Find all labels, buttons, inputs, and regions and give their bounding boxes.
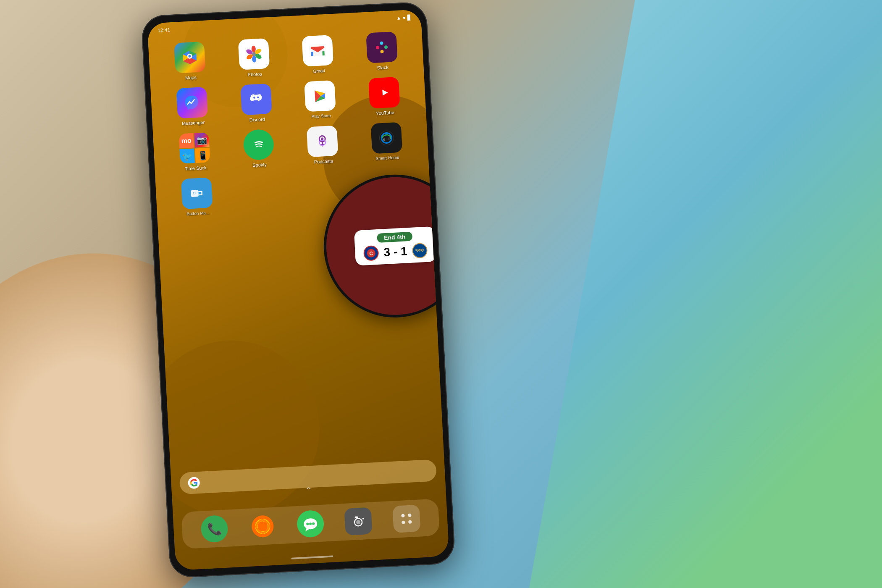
app-slack[interactable]: Slack [353,31,411,71]
app-messenger[interactable]: Messenger [163,86,222,127]
app-discord[interactable]: Discord [227,83,286,123]
spotify-icon [243,129,275,161]
app-photos[interactable]: Photos [225,37,283,78]
svg-point-22 [250,136,268,153]
dock-messages[interactable] [297,510,325,538]
maps-icon [174,42,206,74]
app-gmail[interactable]: Gmail [289,34,347,75]
svg-rect-14 [311,52,314,56]
app-youtube[interactable]: YouTube [355,76,413,117]
ts-mo-cell: mo [178,133,194,149]
svg-rect-47 [355,516,358,518]
spotify-label: Spotify [252,162,267,168]
score-row: C 3 - 1 Royals [363,243,428,261]
messenger-label: Messenger [182,120,205,126]
royals-logo: Royals [412,243,428,259]
button-mapper-icon [181,177,213,209]
cubs-logo: C [363,245,379,261]
button-mapper-label: Button Ma... [186,210,209,216]
podcasts-icon [307,126,339,158]
ts-twitter-cell: 🐦 [179,149,195,164]
dock-firefox[interactable] [248,512,276,541]
svg-rect-16 [376,46,379,49]
svg-point-50 [408,514,411,517]
dock-all-apps[interactable] [392,505,420,533]
svg-point-49 [401,514,404,517]
svg-rect-17 [380,42,383,45]
smart-home-icon: e © [370,122,402,154]
play-store-label: Play Store [311,113,331,118]
phone: 12:41 ▲ ● ▊ Maps [141,1,455,578]
app-podcasts[interactable]: Podcasts [294,125,352,165]
dock-camera[interactable] [344,507,373,536]
home-indicator [291,556,333,559]
status-time: 12:41 [158,27,171,34]
app-time-suck[interactable]: mo 📷 🐦 📱 Time Suck [165,131,224,172]
discord-label: Discord [249,117,265,123]
wallpaper-circle-1 [147,336,324,521]
youtube-icon [368,77,400,109]
time-suck-label: Time Suck [185,165,207,171]
svg-point-51 [402,520,405,524]
smart-home-label: Smart Home [375,155,399,161]
app-button-mapper[interactable]: Button Ma... [168,177,226,217]
svg-text:e: e [383,137,386,142]
google-logo [188,477,200,489]
svg-rect-19 [380,50,383,53]
photos-icon [238,38,270,70]
discord-icon [240,84,272,116]
svg-point-52 [408,520,412,524]
period-badge: End 4th [377,232,412,243]
gmail-label: Gmail [312,68,325,74]
slack-icon [366,32,398,63]
app-play-store[interactable]: Play Store [291,79,349,120]
svg-text:©: © [388,136,391,141]
svg-point-26 [321,137,323,140]
svg-rect-15 [323,51,325,55]
status-icons: ▲ ● ▊ [396,14,411,21]
score-display: 3 - 1 [383,244,408,259]
gmail-icon [302,35,334,67]
phone-screen: 12:41 ▲ ● ▊ Maps [147,9,449,570]
svg-rect-18 [384,45,388,49]
svg-text:C: C [369,250,373,256]
podcasts-label: Podcasts [314,158,333,164]
app-smart-home[interactable]: e © Smart Home [357,121,416,162]
app-maps[interactable]: Maps [161,41,219,81]
play-store-icon [304,80,336,112]
slack-label: Slack [377,65,388,70]
ts-insta-cell: 📷 [194,132,210,148]
messenger-icon [176,87,208,119]
app-spotify[interactable]: Spotify [229,128,288,169]
youtube-label: YouTube [376,110,394,116]
time-suck-icon: mo 📷 🐦 📱 [178,132,210,164]
photos-label: Photos [247,71,262,77]
ts-extra-cell: 📱 [195,148,210,163]
dock-phone[interactable]: 📞 [200,515,228,543]
score-widget: End 4th C 3 - 1 Royals [354,226,436,266]
maps-label: Maps [185,75,197,80]
